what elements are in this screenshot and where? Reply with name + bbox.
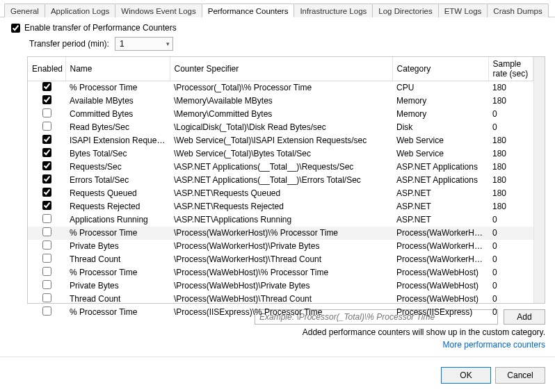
row-rate: 0 [488, 293, 533, 306]
tab-etw-logs[interactable]: ETW Logs [438, 3, 488, 17]
table-row[interactable]: Private Bytes\Process(WaWorkerHost)\Priv… [28, 240, 533, 253]
row-category: Process(WaWorkerHost) [392, 227, 488, 240]
table-row[interactable]: Bytes Total/Sec\Web Service(_Total)\Byte… [28, 147, 533, 161]
row-enabled-checkbox[interactable] [42, 108, 51, 117]
table-row[interactable]: Requests/Sec\ASP.NET Applications(__Tota… [28, 161, 533, 174]
row-rate: 0 [488, 306, 533, 319]
row-enabled-checkbox[interactable] [42, 174, 51, 183]
row-enabled-checkbox[interactable] [42, 227, 51, 236]
table-row[interactable]: Thread Count\Process(WaWorkerHost)\Threa… [28, 253, 533, 266]
row-name: Applications Running [65, 213, 170, 227]
table-row[interactable]: Errors Total/Sec\ASP.NET Applications(__… [28, 174, 533, 187]
row-enabled-checkbox[interactable] [42, 188, 51, 197]
tab-infrastructure-logs[interactable]: Infrastructure Logs [293, 3, 373, 17]
row-enabled-checkbox[interactable] [42, 267, 51, 276]
row-category: ASP.NET [392, 213, 488, 227]
table-row[interactable]: Requests Queued\ASP.NET\Requests QueuedA… [28, 187, 533, 200]
vertical-scrollbar[interactable] [533, 57, 545, 303]
tab-log-directories[interactable]: Log Directories [372, 3, 438, 17]
row-name: Bytes Total/Sec [65, 147, 170, 161]
col-header-enabled[interactable]: Enabled [28, 57, 65, 81]
row-rate: 0 [488, 213, 533, 227]
table-row[interactable]: Private Bytes\Process(WaWebHost)\Private… [28, 279, 533, 293]
table-row[interactable]: % Processor Time\Processor(_Total)\% Pro… [28, 81, 533, 95]
col-header-name[interactable]: Name [65, 57, 170, 81]
row-category: Web Service [392, 134, 488, 147]
cancel-button[interactable]: Cancel [495, 367, 545, 384]
row-name: % Processor Time [65, 227, 170, 240]
row-rate: 0 [488, 279, 533, 293]
table-row[interactable]: ISAPI Extension Requests/...\Web Service… [28, 134, 533, 147]
row-name: Available MBytes [65, 95, 170, 108]
row-rate: 0 [488, 227, 533, 240]
col-header-specifier[interactable]: Counter Specifier [170, 57, 392, 81]
col-header-rate[interactable]: Sample rate (sec) [488, 57, 533, 81]
more-counters-link[interactable]: More performance counters [10, 340, 545, 350]
row-spec: \Memory\Available MBytes [170, 95, 392, 108]
counters-table: Enabled Name Counter Specifier Category … [28, 57, 533, 319]
row-spec: \Process(WaWebHost)\Private Bytes [170, 279, 392, 293]
table-row[interactable]: Read Bytes/Sec\LogicalDisk(_Total)\Disk … [28, 121, 533, 134]
col-header-category[interactable]: Category [392, 57, 488, 81]
table-row[interactable]: % Processor Time\Process(WaWorkerHost)\%… [28, 227, 533, 240]
row-name: ISAPI Extension Requests/... [65, 134, 170, 147]
counters-grid: Enabled Name Counter Specifier Category … [27, 56, 545, 304]
tab-application-logs[interactable]: Application Logs [45, 3, 115, 17]
table-row[interactable]: Committed Bytes\Memory\Committed BytesMe… [28, 108, 533, 121]
row-enabled-checkbox[interactable] [42, 280, 51, 289]
row-rate: 180 [488, 187, 533, 200]
tab-general[interactable]: General [4, 3, 45, 17]
row-name: % Processor Time [65, 81, 170, 95]
chevron-down-icon: ▾ [166, 40, 170, 47]
row-enabled-checkbox[interactable] [42, 148, 51, 157]
row-enabled-checkbox[interactable] [42, 161, 51, 170]
row-name: Thread Count [65, 253, 170, 266]
row-name: % Processor Time [65, 306, 170, 319]
row-spec: \Web Service(_Total)\Bytes Total/Sec [170, 147, 392, 161]
row-spec: \ASP.NET\Requests Queued [170, 187, 392, 200]
row-rate: 180 [488, 134, 533, 147]
row-name: Private Bytes [65, 240, 170, 253]
row-spec: \Process(WaWorkerHost)\Thread Count [170, 253, 392, 266]
row-name: % Processor Time [65, 266, 170, 279]
table-row[interactable]: % Processor Time\Process(WaWebHost)\% Pr… [28, 266, 533, 279]
row-name: Requests Queued [65, 187, 170, 200]
row-rate: 0 [488, 266, 533, 279]
row-rate: 180 [488, 161, 533, 174]
row-spec: \Process(WaWebHost)\Thread Count [170, 293, 392, 306]
table-row[interactable]: Applications Running\ASP.NET\Application… [28, 213, 533, 227]
row-category: ASP.NET [392, 187, 488, 200]
row-spec: \Web Service(_Total)\ISAPI Extension Req… [170, 134, 392, 147]
table-row[interactable]: Requests Rejected\ASP.NET\Requests Rejec… [28, 200, 533, 213]
enable-transfer-checkbox[interactable] [11, 24, 20, 33]
row-category: ASP.NET Applications [392, 174, 488, 187]
row-enabled-checkbox[interactable] [42, 214, 51, 223]
tab-windows-event-logs[interactable]: Windows Event Logs [115, 3, 202, 17]
row-category: ASP.NET [392, 200, 488, 213]
transfer-period-row: Transfer period (min): 1 ▾ [29, 37, 545, 51]
ok-button[interactable]: OK [441, 367, 491, 384]
row-name: Read Bytes/Sec [65, 121, 170, 134]
row-enabled-checkbox[interactable] [42, 240, 51, 250]
tab-crash-dumps[interactable]: Crash Dumps [487, 3, 548, 17]
row-enabled-checkbox[interactable] [42, 82, 51, 91]
row-spec: \Process(WaWorkerHost)\Private Bytes [170, 240, 392, 253]
row-name: Requests Rejected [65, 200, 170, 213]
table-row[interactable]: Available MBytes\Memory\Available MBytes… [28, 95, 533, 108]
row-spec: \ASP.NET\Applications Running [170, 213, 392, 227]
row-category: Memory [392, 108, 488, 121]
row-enabled-checkbox[interactable] [42, 122, 51, 131]
row-spec: \Processor(_Total)\% Processor Time [170, 81, 392, 95]
row-spec: \Memory\Committed Bytes [170, 108, 392, 121]
transfer-period-combo[interactable]: 1 ▾ [115, 37, 173, 51]
row-rate: 0 [488, 108, 533, 121]
tab-performance-counters[interactable]: Performance Counters [202, 3, 295, 17]
row-enabled-checkbox[interactable] [42, 95, 51, 104]
row-enabled-checkbox[interactable] [42, 201, 51, 210]
table-row[interactable]: Thread Count\Process(WaWebHost)\Thread C… [28, 293, 533, 306]
table-row[interactable]: % Processor Time\Process(IISExpress)\% P… [28, 306, 533, 319]
row-enabled-checkbox[interactable] [42, 254, 51, 263]
row-enabled-checkbox[interactable] [42, 135, 51, 144]
row-enabled-checkbox[interactable] [42, 293, 51, 302]
row-enabled-checkbox[interactable] [42, 307, 51, 316]
